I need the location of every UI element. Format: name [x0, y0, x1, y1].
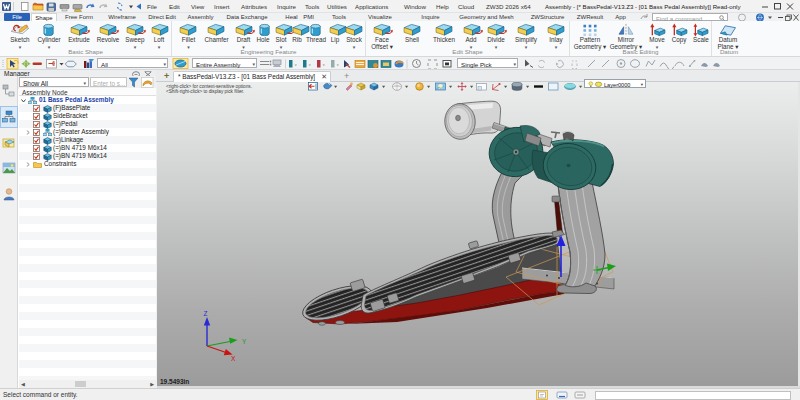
svg-text:Z: Z [204, 310, 208, 317]
svg-text:19.5493in: 19.5493in [160, 378, 189, 385]
svg-text:Y: Y [242, 338, 247, 345]
svg-text:X: X [231, 355, 236, 362]
